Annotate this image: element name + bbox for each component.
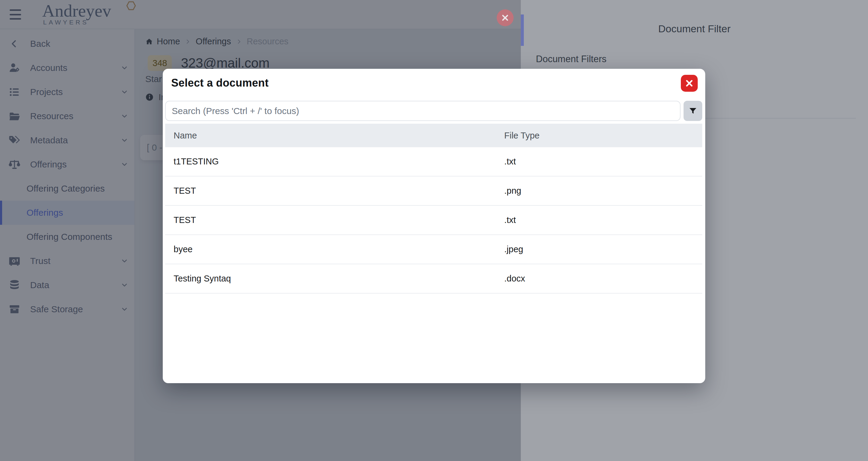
modal-title: Select a document	[171, 77, 269, 89]
cell-name: TEST	[165, 215, 504, 225]
cell-file-type: .docx	[504, 273, 702, 284]
drawer-scrollbar-thumb[interactable]	[521, 15, 524, 46]
select-document-modal: Select a document Name File Type t1TESTI…	[163, 69, 705, 383]
table-row[interactable]: Testing Syntaq .docx	[165, 264, 702, 293]
drawer-close-button[interactable]	[497, 9, 514, 26]
modal-close-button[interactable]	[681, 75, 698, 92]
table-row[interactable]: TEST .png	[165, 176, 702, 206]
column-header-file-type: File Type	[504, 131, 702, 141]
table-header-row: Name File Type	[165, 124, 702, 147]
column-header-name: Name	[165, 131, 504, 141]
cell-name: TEST	[165, 186, 504, 196]
cell-file-type: .txt	[504, 156, 702, 167]
cell-file-type: .txt	[504, 215, 702, 225]
document-search-input[interactable]	[165, 101, 681, 121]
filter-button[interactable]	[684, 101, 702, 121]
close-x-icon	[685, 79, 693, 87]
cell-name: t1TESTING	[165, 156, 504, 167]
cell-name: byee	[165, 244, 504, 254]
modal-search-row	[165, 101, 702, 121]
table-row[interactable]: TEST .txt	[165, 206, 702, 235]
funnel-filter-icon	[688, 107, 698, 116]
cell-file-type: .jpeg	[504, 244, 702, 254]
table-row[interactable]: byee .jpeg	[165, 235, 702, 264]
cell-name: Testing Syntaq	[165, 273, 504, 284]
cell-file-type: .png	[504, 186, 702, 196]
document-table: Name File Type t1TESTING .txt TEST .png …	[165, 124, 702, 293]
table-row[interactable]: t1TESTING .txt	[165, 147, 702, 176]
